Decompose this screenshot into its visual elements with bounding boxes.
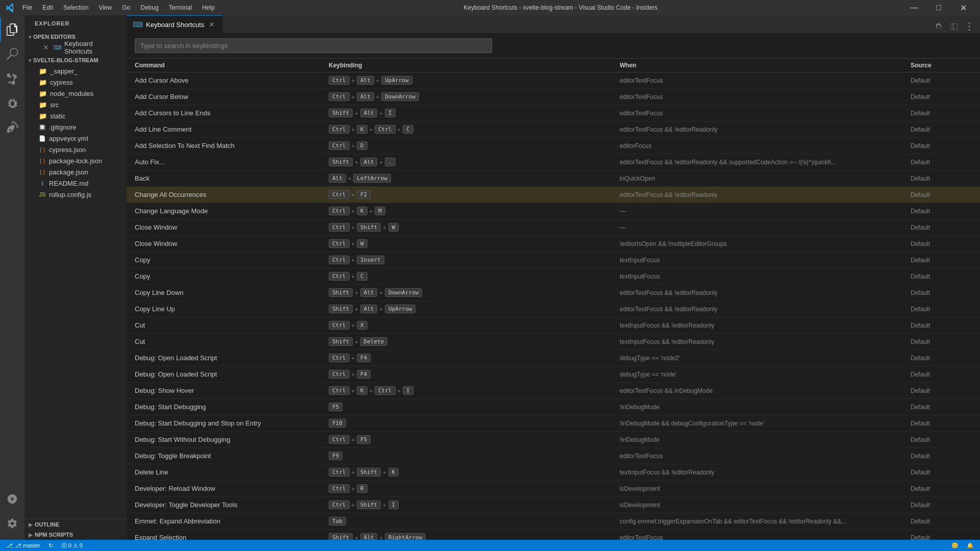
status-errors[interactable]: ⓪ 0 ⚠ 0 xyxy=(59,540,85,551)
editor-area: ⌨ Keyboard Shortcuts ✕ xyxy=(127,15,980,540)
sidebar-item-appveyor[interactable]: 📄 appveyor.yml xyxy=(24,133,127,144)
key-badge: K xyxy=(388,468,399,477)
sidebar-item-cypress[interactable]: 📁 cypress xyxy=(24,77,127,88)
activity-explorer-icon[interactable] xyxy=(0,17,24,42)
table-row[interactable]: Close WindowCtrl+W!editorIsOpen && !mult… xyxy=(127,236,980,252)
outline-section-title[interactable]: ▶ OUTLINE xyxy=(24,519,127,530)
table-row[interactable]: Emmet: Expand AbbreviationTabconfig.emme… xyxy=(127,513,980,530)
command-cell: Close Window xyxy=(135,240,329,247)
sidebar-item-sapper[interactable]: 📁 _sapper_ xyxy=(24,65,127,77)
status-notifications[interactable]: 🔔 xyxy=(965,540,976,551)
when-cell: isDevelopment xyxy=(620,502,911,509)
activity-remote-icon[interactable] xyxy=(0,487,24,511)
table-row[interactable]: Debug: Show HoverCtrl+K+Ctrl+IeditorText… xyxy=(127,383,980,399)
source-cell: Default xyxy=(911,93,972,101)
more-actions-button[interactable] xyxy=(963,20,976,33)
status-branch[interactable]: ⎇ ⎇ master xyxy=(4,540,42,551)
table-row[interactable]: Debug: Open Loaded ScriptCtrl+F4debugTyp… xyxy=(127,366,980,383)
table-row[interactable]: Close WindowCtrl+Shift+W—Default xyxy=(127,219,980,236)
status-feedback[interactable]: 😊 xyxy=(949,540,961,551)
table-row[interactable]: Copy Line DownShift+Alt+DownArroweditorT… xyxy=(127,285,980,301)
status-bar-right: 😊 🔔 xyxy=(949,540,976,551)
table-row[interactable]: Add Cursor AboveCtrl+Alt+UpArroweditorTe… xyxy=(127,72,980,89)
tab-close-button[interactable]: ✕ xyxy=(207,20,216,29)
key-badge: Alt xyxy=(360,288,378,297)
npm-scripts-section-title[interactable]: ▶ NPM SCRIPTS xyxy=(24,530,127,540)
table-row[interactable]: Delete LineCtrl+Shift+KtextInputFocus &&… xyxy=(127,464,980,481)
key-badge: DownArrow xyxy=(385,288,423,297)
keybinding-cell: Shift+Alt+RightArrow xyxy=(329,533,620,540)
table-row[interactable]: CopyCtrl+InserttextInputFocusDefault xyxy=(127,252,980,268)
title-bar-controls[interactable]: — □ ✕ xyxy=(902,0,975,15)
split-editor-button[interactable] xyxy=(947,20,961,33)
key-badge: Ctrl xyxy=(329,76,350,85)
file-name: rollup.config.js xyxy=(49,191,91,198)
activity-scm-icon[interactable] xyxy=(0,66,24,91)
table-row[interactable]: Debug: Toggle BreakpointF9editorTextFocu… xyxy=(127,448,980,464)
menu-file[interactable]: File xyxy=(18,3,36,12)
table-row[interactable]: Expand SelectionShift+Alt+RightArrowedit… xyxy=(127,530,980,540)
table-row[interactable]: Change Language ModeCtrl+K+M—Default xyxy=(127,203,980,219)
table-row[interactable]: Developer: Reload WindowCtrl+RisDevelopm… xyxy=(127,481,980,497)
menu-debug[interactable]: Debug xyxy=(136,3,162,12)
table-body: Add Cursor AboveCtrl+Alt+UpArroweditorTe… xyxy=(127,72,980,540)
file-name: node_modules xyxy=(50,90,93,97)
source-cell: Default xyxy=(911,257,972,264)
table-row[interactable]: Copy Line UpShift+Alt+UpArroweditorTextF… xyxy=(127,301,980,317)
sidebar-item-node-modules[interactable]: 📁 node_modules xyxy=(24,88,127,99)
title-bar-menu[interactable]: File Edit Selection View Go Debug Termin… xyxy=(18,3,219,12)
sidebar-item-src[interactable]: 📁 src xyxy=(24,99,127,110)
sidebar-item-package-lock[interactable]: { } package-lock.json xyxy=(24,155,127,166)
status-sync[interactable]: ↻ xyxy=(46,540,55,551)
table-row[interactable]: CutCtrl+XtextInputFocus && !editorReadon… xyxy=(127,317,980,334)
menu-selection[interactable]: Selection xyxy=(59,3,92,12)
menu-go[interactable]: Go xyxy=(118,3,134,12)
key-badge: . xyxy=(385,158,396,166)
sidebar-item-readme[interactable]: ℹ README.md xyxy=(24,178,127,189)
file-icon: JS xyxy=(39,191,46,198)
command-cell: Close Window xyxy=(135,223,329,231)
table-row[interactable]: Add Selection To Next Find MatchCtrl+Ded… xyxy=(127,138,980,154)
menu-view[interactable]: View xyxy=(94,3,116,12)
table-row[interactable]: CutShift+DeletetextInputFocus && !editor… xyxy=(127,334,980,350)
table-row[interactable]: Add Cursor BelowCtrl+Alt+DownArroweditor… xyxy=(127,89,980,105)
source-cell: Default xyxy=(911,404,972,411)
source-cell: Default xyxy=(911,208,972,215)
table-row[interactable]: Add Cursors to Line EndsShift+Alt+Iedito… xyxy=(127,105,980,121)
activity-extensions-icon[interactable] xyxy=(0,115,24,140)
menu-help[interactable]: Help xyxy=(198,3,219,12)
table-row[interactable]: CopyCtrl+CtextInputFocusDefault xyxy=(127,268,980,285)
source-cell: Default xyxy=(911,502,972,509)
project-section-title[interactable]: ▾ SVELTE-BLOG-STREAM xyxy=(24,55,127,65)
activity-debug-icon[interactable] xyxy=(0,91,24,115)
minimize-button[interactable]: — xyxy=(902,0,926,15)
sidebar-item-cypress-json[interactable]: { } cypress.json xyxy=(24,144,127,155)
table-row[interactable]: Debug: Open Loaded ScriptCtrl+F4debugTyp… xyxy=(127,350,980,366)
table-row[interactable]: Developer: Toggle Developer ToolsCtrl+Sh… xyxy=(127,497,980,513)
table-row[interactable]: BackAlt+LeftArrowinQuickOpenDefault xyxy=(127,170,980,187)
table-row[interactable]: Auto Fix...Shift+Alt+.editorTextFocus &&… xyxy=(127,154,980,170)
sidebar-item-package-json[interactable]: { } package.json xyxy=(24,166,127,178)
table-row[interactable]: Add Line CommentCtrl+K+Ctrl+CeditorTextF… xyxy=(127,121,980,138)
table-row[interactable]: Change All OccurrencesCtrl+F2editorTextF… xyxy=(127,187,980,203)
sidebar-item-gitignore[interactable]: 🔲 .gitignore xyxy=(24,121,127,133)
command-cell: Developer: Toggle Developer Tools xyxy=(135,501,329,509)
activity-search-icon[interactable] xyxy=(0,42,24,66)
tab-keyboard-shortcuts[interactable]: ⌨ Keyboard Shortcuts ✕ xyxy=(127,15,223,33)
close-button[interactable]: ✕ xyxy=(951,0,975,15)
sidebar-item-rollup[interactable]: JS rollup.config.js xyxy=(24,189,127,200)
search-keybindings-input[interactable] xyxy=(135,38,492,53)
when-cell: inQuickOpen xyxy=(620,175,911,182)
maximize-button[interactable]: □ xyxy=(927,0,950,15)
activity-settings-icon[interactable] xyxy=(0,511,24,536)
sidebar-item-static[interactable]: 📁 static xyxy=(24,110,127,121)
open-settings-json-button[interactable] xyxy=(932,20,945,33)
table-row[interactable]: Debug: Start Debugging and Stop on Entry… xyxy=(127,415,980,432)
table-row[interactable]: Debug: Start Without DebuggingCtrl+F5!in… xyxy=(127,432,980,448)
menu-terminal[interactable]: Terminal xyxy=(165,3,196,12)
menu-edit[interactable]: Edit xyxy=(38,3,57,12)
open-editor-item-keyboard-shortcuts[interactable]: ✕ ⌨ Keyboard Shortcuts xyxy=(24,42,127,53)
close-editor-icon[interactable]: ✕ xyxy=(43,43,49,52)
table-row[interactable]: Debug: Start DebuggingF5!inDebugModeDefa… xyxy=(127,399,980,415)
project-name-label: SVELTE-BLOG-STREAM xyxy=(33,57,99,63)
